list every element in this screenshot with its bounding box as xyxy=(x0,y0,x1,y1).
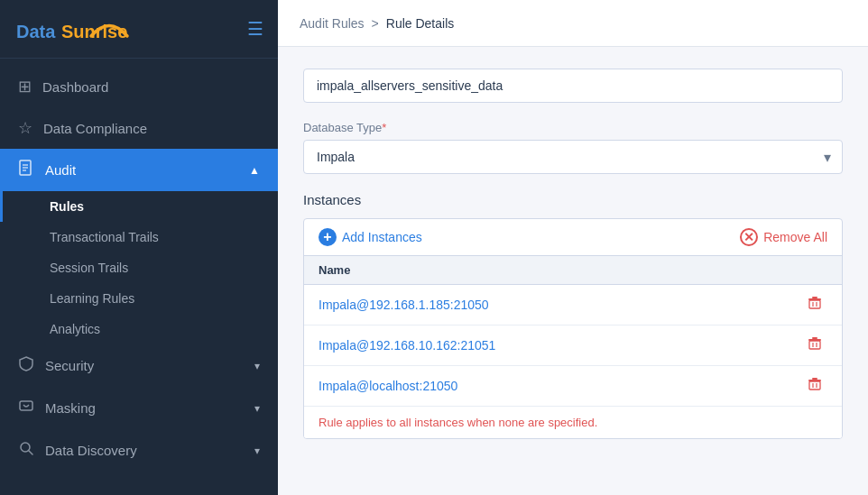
remove-all-label: Remove All xyxy=(763,230,827,244)
subitem-label: Rules xyxy=(50,199,84,214)
breadcrumb-current: Rule Details xyxy=(386,16,454,31)
logo-svg: Data Sunrise xyxy=(14,11,159,47)
svg-rect-20 xyxy=(812,378,817,380)
svg-rect-6 xyxy=(20,401,32,410)
remove-all-icon: ✕ xyxy=(740,228,758,246)
search-icon xyxy=(18,440,34,461)
topbar: Audit Rules > Rule Details xyxy=(278,0,868,47)
add-instances-button[interactable]: + Add Instances xyxy=(319,228,422,246)
chevron-down-icon: ▾ xyxy=(254,402,260,415)
sidebar-item-security[interactable]: Security ▾ xyxy=(0,344,278,387)
sidebar-item-label: Data Compliance xyxy=(43,121,260,136)
sidebar-item-label: Security xyxy=(45,358,244,373)
sidebar-item-data-discovery[interactable]: Data Discovery ▾ xyxy=(0,429,278,472)
delete-instance-1-button[interactable] xyxy=(802,335,827,356)
sidebar-item-dashboard[interactable]: ⊞ Dashboard xyxy=(0,66,278,107)
sidebar-item-label: Masking xyxy=(45,400,244,416)
sidebar-item-label: Data Discovery xyxy=(45,443,244,458)
dashboard-icon: ⊞ xyxy=(18,77,32,96)
sidebar-item-audit[interactable]: Audit ▲ xyxy=(0,149,278,191)
delete-instance-0-button[interactable] xyxy=(802,294,827,316)
instances-title: Instances xyxy=(303,192,843,207)
svg-rect-11 xyxy=(809,300,820,308)
chevron-down-icon: ▾ xyxy=(254,445,260,457)
content-area: Database Type* Impala ▾ Instances + Add … xyxy=(278,47,868,495)
sidebar-subitem-session-trails[interactable]: Session Trails xyxy=(0,252,278,283)
table-row: Impala@localhost:21050 xyxy=(304,366,842,407)
table-header-name: Name xyxy=(304,256,842,285)
rule-name-group xyxy=(303,69,843,103)
svg-text:Sunrise: Sunrise xyxy=(61,22,127,41)
sidebar-subitem-rules[interactable]: Rules xyxy=(0,191,278,222)
sidebar-item-masking[interactable]: Masking ▾ xyxy=(0,387,278,429)
main-content: Audit Rules > Rule Details Database Type… xyxy=(278,0,868,495)
db-type-label: Database Type* xyxy=(303,121,843,134)
delete-instance-2-button[interactable] xyxy=(802,375,827,397)
instance-name: Impala@localhost:21050 xyxy=(319,379,457,393)
instances-group: Instances + Add Instances ✕ Remove All N… xyxy=(303,192,843,439)
rule-name-input[interactable] xyxy=(303,69,843,103)
instances-box: + Add Instances ✕ Remove All Name Impala… xyxy=(303,218,843,439)
sidebar-header: Data Sunrise ☰ xyxy=(0,0,278,59)
svg-line-8 xyxy=(29,451,32,454)
star-icon: ☆ xyxy=(18,118,32,138)
db-type-group: Database Type* Impala ▾ xyxy=(303,121,843,174)
db-type-select-wrapper: Impala ▾ xyxy=(303,140,843,174)
masking-icon xyxy=(18,398,34,418)
instances-toolbar: + Add Instances ✕ Remove All xyxy=(304,219,842,256)
logo: Data Sunrise xyxy=(14,11,159,47)
sidebar-nav: ⊞ Dashboard ☆ Data Compliance Audit ▲ Ru xyxy=(0,59,278,495)
breadcrumb-parent[interactable]: Audit Rules xyxy=(300,16,365,31)
subitem-label: Analytics xyxy=(50,322,100,336)
hamburger-icon[interactable]: ☰ xyxy=(247,18,263,40)
instance-name: Impala@192.168.10.162:21051 xyxy=(319,338,495,353)
svg-text:Data: Data xyxy=(16,22,56,41)
svg-rect-16 xyxy=(809,341,820,349)
shield-icon xyxy=(18,355,34,376)
plus-icon: + xyxy=(319,228,337,246)
sidebar-subitem-learning-rules[interactable]: Learning Rules xyxy=(0,283,278,314)
sidebar-item-data-compliance[interactable]: ☆ Data Compliance xyxy=(0,107,278,149)
chevron-up-icon: ▲ xyxy=(249,164,260,177)
subitem-label: Session Trails xyxy=(50,261,128,275)
add-instances-label: Add Instances xyxy=(342,230,422,244)
subitem-label: Learning Rules xyxy=(50,291,134,306)
svg-rect-10 xyxy=(812,297,817,298)
breadcrumb-separator: > xyxy=(372,16,379,31)
sidebar-subitem-analytics[interactable]: Analytics xyxy=(0,314,278,344)
remove-all-button[interactable]: ✕ Remove All xyxy=(740,228,827,246)
sidebar-item-label: Audit xyxy=(45,162,238,178)
audit-icon xyxy=(18,160,34,180)
chevron-down-icon: ▾ xyxy=(254,360,260,372)
svg-rect-15 xyxy=(812,337,817,339)
table-row: Impala@192.168.1.185:21050 xyxy=(304,285,842,325)
instances-note: Rule applies to all instances when none … xyxy=(304,407,842,438)
db-type-select[interactable]: Impala xyxy=(304,141,842,173)
table-row: Impala@192.168.10.162:21051 xyxy=(304,325,842,366)
svg-rect-21 xyxy=(809,381,820,390)
sidebar-item-label: Dashboard xyxy=(42,79,260,95)
sidebar: Data Sunrise ☰ ⊞ Dashboard ☆ Data Compli… xyxy=(0,0,278,495)
sidebar-subitem-transactional-trails[interactable]: Transactional Trails xyxy=(0,222,278,252)
instance-name: Impala@192.168.1.185:21050 xyxy=(319,298,489,312)
subitem-label: Transactional Trails xyxy=(50,230,159,244)
